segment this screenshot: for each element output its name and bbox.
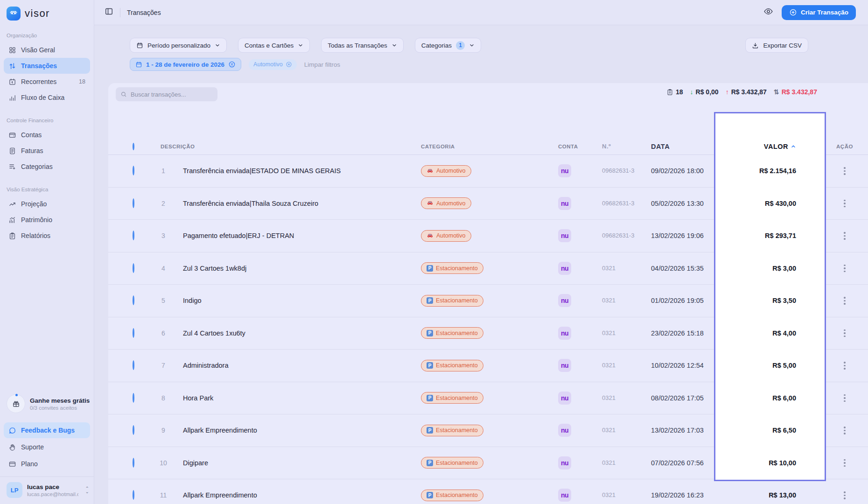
nubank-account-icon[interactable]: nu [558, 294, 571, 307]
category-pill[interactable]: P Automotivo [421, 165, 471, 177]
category-pill[interactable]: P Estacionamento [421, 360, 483, 371]
date-filter-chip[interactable]: 1 - 28 de fevereiro de 2026 [130, 58, 241, 71]
row-checkbox[interactable] [133, 295, 134, 305]
transaction-count: 18 [666, 88, 683, 96]
column-header-descricao[interactable]: DESCRIÇÃO [154, 144, 421, 149]
search-placeholder: Buscar transações... [131, 91, 186, 98]
filter-categories-dropdown[interactable]: Categorias 1 [415, 38, 481, 53]
category-pill[interactable]: P Estacionamento [421, 425, 483, 436]
user-menu[interactable]: LP lucas pace lucas.pace@hotmail.com... … [0, 476, 94, 504]
nubank-account-icon[interactable]: nu [558, 229, 571, 242]
category-pill[interactable]: P Automotivo [421, 230, 471, 242]
category-pill[interactable]: P Estacionamento [421, 457, 483, 469]
sidebar-item-fluxo-de-caixa[interactable]: Fluxo de Caixa [4, 90, 90, 105]
chevron-down-icon [469, 42, 475, 48]
arrow-up-icon: ↑ [726, 88, 729, 96]
sidebar-item-relatorios[interactable]: Relatórios [4, 228, 90, 244]
sidebar-item-faturas[interactable]: Faturas [4, 143, 90, 159]
category-pill[interactable]: P Automotivo [421, 197, 471, 209]
row-checkbox[interactable] [133, 166, 134, 175]
category-pill[interactable]: P Estacionamento [421, 490, 483, 501]
row-checkbox[interactable] [133, 263, 134, 273]
column-header-valor[interactable]: VALOR [714, 143, 826, 150]
sidebar-item-transacoes[interactable]: Transações [4, 58, 90, 74]
sidebar-item-contas[interactable]: Contas [4, 127, 90, 143]
select-all-checkbox[interactable] [133, 143, 134, 150]
nubank-account-icon[interactable]: nu [558, 392, 571, 405]
category-pill[interactable]: P Estacionamento [421, 392, 483, 404]
filter-accounts-dropdown[interactable]: Contas e Cartões [238, 38, 310, 53]
filter-bar: Período personalizado Contas e Cartões T… [130, 38, 481, 53]
category-pill[interactable]: P Estacionamento [421, 295, 483, 307]
transaction-value: R$ 5,00 [714, 362, 826, 369]
row-actions-button[interactable] [840, 200, 849, 208]
category-label: Estacionamento [436, 395, 478, 401]
transaction-date: 01/02/2026 19:05 [651, 297, 714, 304]
invite-banner[interactable]: Ganhe meses grátis 0/3 convites aceitos [0, 394, 94, 421]
category-filter-chip[interactable]: Automotivo [249, 59, 297, 70]
row-number: 6 [154, 329, 173, 337]
sidebar-item-suporte[interactable]: Suporte [4, 439, 90, 455]
nubank-account-icon[interactable]: nu [558, 359, 571, 372]
account-number: 09682631-3 [602, 199, 651, 208]
column-header-numero[interactable]: N.º [602, 142, 651, 151]
close-circle-icon[interactable] [228, 61, 236, 68]
row-actions-button[interactable] [840, 459, 849, 467]
row-checkbox[interactable] [133, 425, 134, 435]
row-actions-button[interactable] [840, 297, 849, 305]
row-checkbox[interactable] [133, 360, 134, 370]
nubank-account-icon[interactable]: nu [558, 197, 571, 210]
row-actions-button[interactable] [840, 232, 849, 240]
sidebar-item-patrimonio[interactable]: Patrimônio [4, 212, 90, 228]
search-input[interactable]: Buscar transações... [116, 87, 217, 101]
nubank-account-icon[interactable]: nu [558, 327, 571, 340]
filter-period-dropdown[interactable]: Período personalizado [130, 38, 227, 53]
column-header-conta[interactable]: CONTA [558, 144, 602, 149]
column-header-data[interactable]: DATA [651, 143, 714, 150]
sidebar-item-projecao[interactable]: Projeção [4, 196, 90, 212]
filter-type-dropdown[interactable]: Todas as Transações [321, 38, 404, 53]
row-checkbox[interactable] [133, 198, 134, 208]
category-label: Estacionamento [436, 265, 478, 272]
nubank-account-icon[interactable]: nu [558, 262, 571, 275]
row-checkbox[interactable] [133, 490, 134, 500]
section-label-controle-financeiro: Controle Financeiro [7, 118, 94, 123]
sidebar-toggle-icon[interactable] [105, 7, 113, 18]
eye-icon[interactable] [763, 7, 773, 18]
row-actions-button[interactable] [840, 329, 849, 337]
app-logo: visor [0, 0, 94, 21]
row-actions-button[interactable] [840, 427, 849, 434]
sidebar-item-plano[interactable]: Plano [4, 456, 90, 472]
category-label: Estacionamento [436, 330, 478, 336]
row-checkbox[interactable] [133, 328, 134, 338]
row-actions-button[interactable] [840, 167, 849, 175]
nubank-account-icon[interactable]: nu [558, 164, 571, 177]
nubank-account-icon[interactable]: nu [558, 424, 571, 437]
row-actions-button[interactable] [840, 394, 849, 402]
row-checkbox[interactable] [133, 231, 134, 240]
row-actions-button[interactable] [840, 265, 849, 273]
category-pill[interactable]: P Estacionamento [421, 262, 483, 274]
export-csv-button[interactable]: Exportar CSV [745, 38, 808, 53]
nubank-account-icon[interactable]: nu [558, 489, 571, 502]
row-actions-button[interactable] [840, 491, 849, 499]
row-checkbox[interactable] [133, 458, 134, 468]
column-header-categoria[interactable]: CATEGORIA [421, 144, 558, 149]
sidebar-item-categorias[interactable]: Categorias [4, 159, 90, 175]
transaction-description: Zul 3 Cartoes 1wk8dj [183, 265, 421, 272]
nubank-account-icon[interactable]: nu [558, 456, 571, 469]
user-name: lucas pace [27, 483, 78, 490]
sidebar-item-feedback[interactable]: Feedback e Bugs [4, 422, 90, 438]
sidebar-item-recorrentes[interactable]: Recorrentes 18 [4, 74, 90, 90]
account-number: 0321 [602, 329, 651, 337]
row-actions-button[interactable] [840, 362, 849, 370]
table-row[interactable]: 11 Allpark Empreendimento P Estacionamen… [108, 479, 868, 504]
close-circle-icon[interactable] [286, 61, 292, 68]
sidebar-item-visao-geral[interactable]: Visão Geral [4, 42, 90, 58]
parking-icon: P [427, 297, 433, 304]
transaction-description: Transferência enviada|ESTADO DE MINAS GE… [183, 167, 421, 175]
create-transaction-button[interactable]: Criar Transação [782, 5, 856, 20]
category-pill[interactable]: P Estacionamento [421, 327, 483, 339]
row-checkbox[interactable] [133, 393, 134, 403]
clear-filters-button[interactable]: Limpar filtros [304, 61, 340, 68]
